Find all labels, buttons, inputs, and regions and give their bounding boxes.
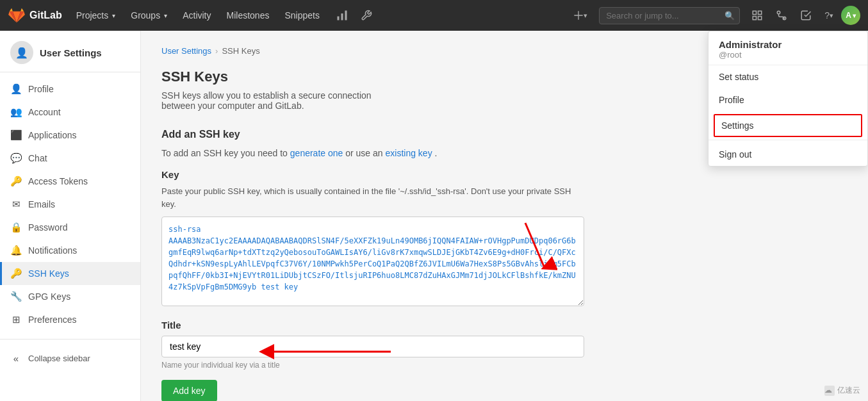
arrow-to-add-key (583, 395, 660, 401)
search-icon: 🔍 (725, 11, 735, 20)
graph-icon-btn[interactable] (331, 7, 353, 24)
title-label: Title (161, 320, 584, 331)
help-chevron-icon: ▾ (830, 12, 833, 20)
ssh-key-form: Add an SSH key To add an SSH key you nee… (161, 129, 584, 401)
ssh-keys-icon: 🔑 (10, 268, 22, 279)
nav-activity[interactable]: Activity (176, 8, 217, 23)
sidebar-item-ssh-keys[interactable]: 🔑 SSH Keys (0, 262, 140, 285)
key-label: Key (161, 169, 584, 180)
issues-icon-btn[interactable] (746, 7, 768, 24)
title-input[interactable] (161, 336, 584, 357)
applications-icon: ⬛ (10, 129, 22, 141)
svg-point-7 (777, 11, 780, 14)
sidebar-title: User Settings (40, 47, 102, 58)
avatar-chevron-icon: ▾ (853, 12, 856, 19)
brand-name: GitLab (29, 10, 62, 21)
dropdown-handle: @root (719, 50, 857, 60)
watermark-icon: ☁ (824, 386, 835, 396)
sidebar-user-avatar: 👤 (10, 41, 33, 64)
add-key-button[interactable]: Add key (161, 380, 217, 401)
watermark: ☁ 亿速云 (824, 385, 860, 396)
add-ssh-desc: To add an SSH key you need to generate o… (161, 147, 584, 160)
account-icon: 👥 (10, 106, 22, 118)
merge-request-icon-btn[interactable] (771, 7, 792, 24)
sidebar-item-account[interactable]: 👥 Account (0, 101, 140, 124)
profile-icon: 👤 (10, 83, 22, 95)
svg-rect-2 (345, 11, 347, 20)
sidebar-item-chat[interactable]: 💬 Chat (0, 147, 140, 170)
help-icon-btn[interactable]: ? ▾ (819, 8, 839, 23)
breadcrumb-separator: › (215, 46, 218, 56)
breadcrumb-parent[interactable]: User Settings (161, 46, 211, 56)
create-chevron-icon: ▾ (584, 12, 587, 20)
svg-rect-0 (337, 17, 339, 20)
todo-icon-btn[interactable] (795, 7, 817, 24)
nav-projects[interactable]: Projects ▾ (70, 8, 122, 23)
existing-key-link[interactable]: existing key (386, 148, 432, 158)
create-plus-btn[interactable]: ▾ (568, 8, 593, 23)
collapse-icon: « (10, 353, 22, 364)
sidebar-nav: 👤 Profile 👥 Account ⬛ Applications 💬 Cha… (0, 72, 140, 336)
sidebar: 👤 User Settings 👤 Profile 👥 Account ⬛ Ap… (0, 31, 141, 401)
sidebar-item-profile[interactable]: 👤 Profile (0, 78, 140, 101)
ssh-key-input[interactable]: ssh-rsa AAAAB3NzaC1yc2EAAAADAQABAABAQDRS… (161, 217, 584, 306)
dropdown-settings[interactable]: Settings (714, 114, 862, 137)
svg-rect-3 (753, 11, 756, 14)
gitlab-logo[interactable]: GitLab (8, 6, 62, 24)
dropdown-sign-out[interactable]: Sign out (708, 143, 867, 166)
sidebar-item-preferences[interactable]: ⊞ Preferences (0, 308, 140, 331)
dropdown-profile[interactable]: Profile (708, 88, 867, 111)
dropdown-set-status[interactable]: Set status (708, 65, 867, 88)
preferences-icon: ⊞ (10, 314, 22, 325)
search-wrap: 🔍 (599, 7, 740, 24)
gpg-keys-icon: 🔧 (10, 291, 22, 302)
svg-rect-1 (341, 13, 343, 20)
emails-icon: ✉ (10, 199, 22, 210)
nav-milestones[interactable]: Milestones (220, 8, 276, 23)
nav-snippets[interactable]: Snippets (278, 8, 325, 23)
sidebar-item-gpg-keys[interactable]: 🔧 GPG Keys (0, 285, 140, 308)
password-icon: 🔒 (10, 222, 22, 233)
nav-groups[interactable]: Groups ▾ (124, 8, 174, 23)
sidebar-item-emails[interactable]: ✉ Emails (0, 193, 140, 216)
svg-rect-6 (758, 17, 762, 20)
sidebar-bottom: « Collapse sidebar (0, 342, 140, 380)
sidebar-collapse-btn[interactable]: « Collapse sidebar (0, 347, 140, 370)
page-description: SSH keys allow you to establish a secure… (161, 90, 392, 111)
svg-rect-4 (758, 11, 762, 14)
dropdown-header: Administrator @root (708, 31, 867, 65)
title-hint: Name your individual key via a title (161, 361, 584, 370)
key-description: Paste your public SSH key, which is usua… (161, 185, 584, 210)
dropdown-username: Administrator (719, 39, 857, 50)
user-avatar-btn[interactable]: A ▾ (841, 6, 860, 25)
svg-rect-5 (753, 17, 756, 20)
sidebar-bottom-divider (0, 339, 140, 340)
search-input[interactable] (599, 7, 740, 24)
notifications-icon: 🔔 (10, 245, 22, 256)
user-dropdown-menu: Administrator @root Set status Profile S… (708, 31, 868, 167)
sidebar-item-notifications[interactable]: 🔔 Notifications (0, 239, 140, 262)
content-grid: Add an SSH key To add an SSH key you nee… (161, 129, 848, 401)
groups-chevron-icon: ▾ (164, 12, 167, 19)
dropdown-divider (708, 140, 867, 140)
add-ssh-title: Add an SSH key (161, 129, 584, 140)
sidebar-item-password[interactable]: 🔒 Password (0, 216, 140, 239)
sidebar-item-access-tokens[interactable]: 🔑 Access Tokens (0, 170, 140, 193)
sidebar-item-applications[interactable]: ⬛ Applications (0, 124, 140, 147)
access-tokens-icon: 🔑 (10, 176, 22, 187)
sidebar-header: 👤 User Settings (0, 31, 140, 72)
top-navigation: GitLab Projects ▾ Groups ▾ Activity Mile… (0, 0, 868, 31)
generate-key-link[interactable]: generate one (290, 148, 343, 158)
projects-chevron-icon: ▾ (112, 12, 115, 19)
breadcrumb-current: SSH Keys (222, 46, 259, 56)
chat-icon: 💬 (10, 152, 22, 164)
wrench-icon-btn[interactable] (356, 7, 377, 24)
